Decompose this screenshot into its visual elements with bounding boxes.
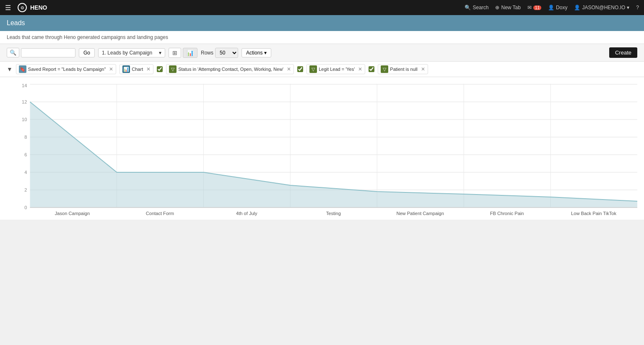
saved-report-chip-icon: 🔖 [19, 65, 26, 73]
help-nav-item[interactable]: ? [636, 5, 639, 10]
new-tab-nav-item[interactable]: ⊕ New Tab [495, 5, 520, 10]
patient-checkbox[interactable] [369, 66, 374, 72]
filter-toggle[interactable]: ▼ [7, 66, 13, 73]
saved-report-chip: 🔖 Saved Report = "Leads by Campaign" ✕ [16, 64, 116, 74]
table-view-button[interactable]: ⊞ [169, 48, 181, 58]
status-chip-icon: ▽ [169, 65, 177, 73]
y-label-6: 6 [24, 152, 27, 157]
app-name: HENO [30, 4, 47, 11]
toolbar: 🔍 Go 1. Leads by Campaign ▾ ⊞ 📊 Rows 50 … [0, 44, 644, 62]
view-icons: ⊞ 📊 [169, 48, 197, 58]
report-select-chevron: ▾ [159, 50, 161, 56]
chart-chip-close[interactable]: ✕ [146, 66, 151, 72]
legit-lead-checkbox[interactable] [297, 66, 303, 72]
actions-chevron-icon: ▾ [264, 50, 267, 56]
y-label-10: 10 [22, 117, 27, 122]
page-subtitle: Leads that came through Heno generated c… [7, 34, 168, 40]
search-input[interactable] [21, 48, 75, 57]
status-chip: ▽ Status in 'Attempting Contact, Open, W… [166, 64, 294, 74]
chart-svg-wrapper: 0 2 4 6 8 10 12 14 J [7, 84, 637, 218]
search-nav-icon: 🔍 [465, 5, 471, 10]
top-nav: ☰ ⊙ HENO 🔍 Search ⊕ New Tab ✉ 11 👤 Doxy … [0, 0, 644, 15]
y-label-14: 14 [22, 84, 27, 88]
report-select[interactable]: 1. Leads by Campaign ▾ [98, 48, 165, 57]
actions-button[interactable]: Actions ▾ [242, 48, 271, 57]
content-area [0, 220, 644, 324]
user-nav-item[interactable]: 👤 JASON@HENO.IO ▾ [574, 5, 629, 10]
logo: ⊙ HENO [18, 3, 47, 12]
saved-report-chip-label: Saved Report = "Leads by Campaign" [28, 67, 106, 72]
doxy-nav-item[interactable]: 👤 Doxy [548, 5, 567, 10]
rows-select[interactable]: 50 25 100 [215, 48, 238, 58]
chart-svg: 0 2 4 6 8 10 12 14 J [7, 84, 637, 218]
search-nav-item[interactable]: 🔍 Search [465, 5, 488, 10]
messages-icon: ✉ [527, 5, 532, 10]
hamburger-icon[interactable]: ☰ [5, 4, 11, 12]
search-wrapper: 🔍 [7, 48, 75, 57]
y-label-8: 8 [24, 135, 27, 140]
y-label-0: 0 [24, 205, 27, 210]
search-button[interactable]: 🔍 [7, 48, 19, 57]
user-label: JASON@HENO.IO [582, 5, 625, 10]
page-title: Leads [7, 19, 25, 26]
doxy-label: Doxy [556, 5, 567, 10]
x-label-july: 4th of July [236, 211, 257, 216]
chart-chip-label: Chart [132, 67, 143, 72]
patient-chip-label: Patient is null [390, 67, 417, 72]
logo-ring: ⊙ [18, 3, 27, 12]
rows-wrapper: Rows 50 25 100 [201, 48, 238, 58]
go-button[interactable]: Go [79, 48, 95, 57]
y-label-12: 12 [22, 99, 27, 104]
status-checkbox[interactable] [157, 66, 163, 72]
x-label-jason: Jason Campaign [55, 211, 90, 216]
chart-chip: 📊 Chart ✕ [119, 64, 153, 74]
saved-report-chip-close[interactable]: ✕ [109, 66, 113, 72]
user-icon: 👤 [574, 5, 580, 10]
sub-header: Leads that came through Heno generated c… [0, 31, 644, 44]
legit-lead-chip-close[interactable]: ✕ [358, 66, 362, 72]
legit-lead-chip-icon: ▽ [309, 65, 317, 73]
messages-nav-item[interactable]: ✉ 11 [527, 5, 541, 10]
legit-lead-chip: ▽ Legit Lead = 'Yes' ✕ [306, 64, 365, 74]
chart-area: 0 2 4 6 8 10 12 14 J [0, 77, 644, 220]
patient-chip-icon: ▽ [381, 65, 388, 73]
actions-label: Actions [246, 50, 262, 56]
new-tab-icon: ⊕ [495, 5, 499, 10]
patient-chip-close[interactable]: ✕ [421, 66, 425, 72]
help-icon: ? [636, 5, 639, 10]
x-label-lowback: Low Back Pain TikTok [571, 211, 616, 216]
chart-chip-icon: 📊 [122, 65, 130, 73]
create-button[interactable]: Create [609, 47, 637, 58]
legit-lead-chip-label: Legit Lead = 'Yes' [319, 67, 355, 72]
x-label-fbchronic: FB Chronic Pain [490, 211, 524, 216]
status-chip-label: Status in 'Attempting Contact, Open, Wor… [178, 67, 283, 72]
chart-view-button[interactable]: 📊 [183, 48, 197, 58]
status-chip-close[interactable]: ✕ [287, 66, 291, 72]
rows-label: Rows [201, 50, 213, 56]
y-label-2: 2 [24, 187, 27, 192]
page-header: Leads [0, 15, 644, 31]
x-label-contact: Contact Form [146, 211, 174, 216]
search-nav-label: Search [473, 5, 488, 10]
patient-chip: ▽ Patient is null ✕ [378, 64, 428, 74]
y-label-4: 4 [24, 170, 27, 175]
new-tab-label: New Tab [501, 5, 520, 10]
filter-bar: ▼ 🔖 Saved Report = "Leads by Campaign" ✕… [0, 62, 644, 77]
doxy-icon: 👤 [548, 5, 554, 10]
user-chevron-icon: ▾ [627, 5, 629, 10]
x-label-newpatient: New Patient Campaign [396, 211, 444, 216]
report-select-value: 1. Leads by Campaign [102, 50, 152, 56]
messages-badge: 11 [533, 5, 541, 10]
x-label-testing: Testing [326, 211, 341, 216]
